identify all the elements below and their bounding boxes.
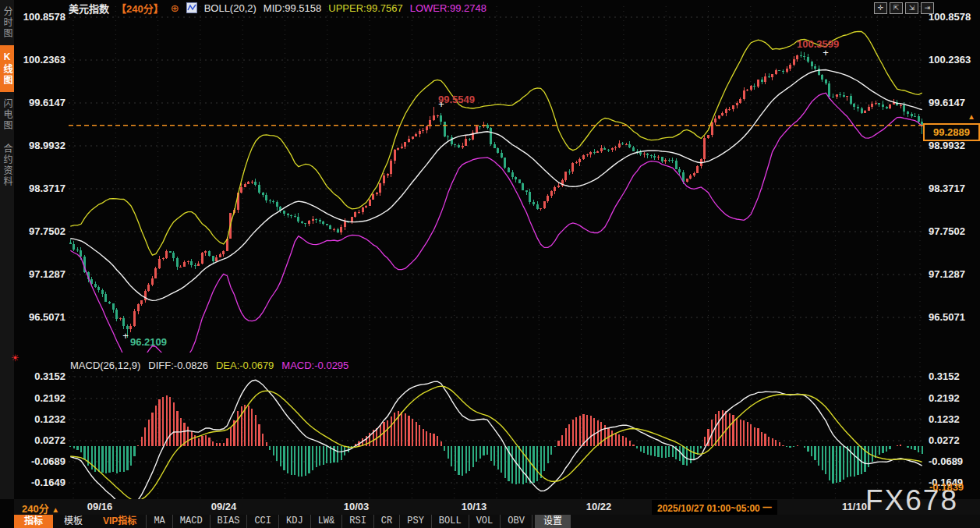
macd-title: MACD(26,12,9): [70, 360, 140, 371]
price-axis-label-left: 99.6147: [17, 97, 65, 108]
high-label-2: 100.3599: [797, 38, 839, 50]
boll-mid-value: MID:99.5158: [264, 2, 321, 14]
macd-axis-label-right: 0.2192: [929, 392, 960, 404]
toolbar-item-vip-indicators[interactable]: VIP指标: [94, 515, 146, 528]
sidebar-item-kline-chart[interactable]: K线图: [0, 45, 14, 92]
toolbar-item-kdj[interactable]: KDJ: [279, 515, 311, 528]
chart-canvas[interactable]: [0, 0, 980, 503]
price-axis-label-left: 96.5071: [17, 311, 65, 323]
price-axis-label-right: 98.3717: [929, 182, 965, 194]
price-marker-icon: ▲: [968, 113, 975, 121]
toolbar-item-indicators[interactable]: 指标: [14, 515, 53, 528]
macd-axis-label-right: 0.1232: [929, 413, 960, 425]
indicator-alert-icon: ☀: [11, 353, 19, 363]
macd-axis-label-right: 0.0272: [929, 434, 960, 446]
price-axis-label-left: 100.8578: [17, 11, 65, 23]
toolbar-item-templates[interactable]: 模板: [53, 515, 94, 528]
top-toolbar: ✛⇱⇲⇥: [874, 2, 934, 14]
crosshair-move-icon[interactable]: ✛: [874, 2, 887, 14]
scale-right-chart-icon[interactable]: ⇲: [905, 2, 918, 14]
date-label: 10/13: [462, 501, 487, 512]
date-label: 10/22: [586, 501, 612, 512]
kline-chart-icon[interactable]: [186, 2, 197, 13]
date-label: 11/10: [842, 501, 867, 512]
toolbar-item-cci[interactable]: CCI: [247, 515, 279, 528]
scale-up-chart-icon[interactable]: ⇱: [890, 2, 903, 14]
price-axis-label-right: 97.1287: [929, 268, 965, 280]
chart-header: 美元指数 【240分】 ⊕ BOLL(20,2) MID:99.5158 UPP…: [69, 2, 486, 14]
date-label: 09/16: [87, 501, 113, 512]
toolbar-item-boll[interactable]: BOLL: [432, 515, 469, 528]
price-axis-label-right: 100.8578: [929, 11, 971, 23]
macd-macd-value: MACD:-0.0295: [281, 360, 348, 371]
toolbar-item-rsi[interactable]: RSI: [342, 515, 374, 528]
price-axis-label-right: 97.7502: [929, 225, 965, 237]
symbol-name: 美元指数: [69, 1, 109, 16]
low-label: 96.2109: [130, 336, 167, 348]
toolbar-item-macd[interactable]: MACD: [173, 515, 211, 528]
period-label: 【240分】: [116, 1, 164, 16]
toolbar-item-psy[interactable]: PSY: [400, 515, 432, 528]
boll-lower-value: LOWER:99.2748: [410, 2, 486, 14]
macd-dea-value: DEA:-0.0679: [216, 360, 274, 371]
high-label-1-cross-icon: +: [438, 98, 444, 110]
period-selector[interactable]: 240分 ▲: [22, 501, 59, 516]
macd-header: MACD(26,12,9) DIFF:-0.0826 DEA:-0.0679 M…: [70, 360, 348, 371]
macd-current-value: -0.1839: [929, 481, 964, 493]
sidebar: 分时图K线图闪电图合约资料: [0, 0, 14, 499]
price-axis-label-right: 98.9932: [929, 140, 965, 151]
macd-axis-label-left: -0.0689: [17, 455, 65, 467]
date-label: 09/24: [211, 501, 237, 512]
macd-axis-label-left: 0.2192: [17, 392, 65, 404]
hover-time-range: 2025/10/27 01:00~05:00 一: [652, 500, 777, 515]
toolbar-item-settings[interactable]: 设置: [535, 515, 571, 528]
toolbar-item-cr[interactable]: CR: [374, 515, 400, 528]
price-axis-label-left: 98.3717: [17, 182, 65, 194]
price-axis-label-left: 97.7502: [17, 225, 65, 237]
macd-axis-label-right: 0.3152: [929, 370, 960, 382]
toolbar-item-lw[interactable]: LW&: [311, 515, 343, 528]
toolbar-item-vol[interactable]: VOL: [469, 515, 501, 528]
boll-upper-value: UPPER:99.7567: [328, 2, 402, 14]
macd-axis-label-right: -0.0689: [929, 455, 963, 467]
macd-axis-label-left: 0.0272: [17, 434, 65, 446]
date-label: 10/03: [344, 501, 370, 512]
current-price-box: 99.2889: [923, 123, 980, 141]
price-axis-label-left: 100.2363: [17, 54, 65, 66]
low-label-cross-icon: +: [122, 330, 129, 342]
bottom-toolbar: 指标模板VIP指标MAMACDBIASCCIKDJLW&RSICRPSYBOLL…: [14, 515, 980, 528]
price-axis-label-right: 99.6147: [929, 97, 965, 108]
collapse-panel-icon[interactable]: ⇥: [921, 2, 934, 14]
boll-label: BOLL(20,2): [204, 2, 256, 14]
macd-axis-label-left: 0.3152: [17, 370, 65, 382]
sidebar-item-minute-chart[interactable]: 分时图: [0, 0, 14, 45]
macd-axis-label-left: -0.1649: [17, 477, 65, 488]
high-label-2-cross-icon: +: [823, 47, 829, 58]
macd-axis-label-left: 0.1232: [17, 413, 65, 425]
sidebar-item-flash-chart[interactable]: 闪电图: [0, 92, 14, 137]
macd-diff-value: DIFF:-0.0826: [148, 360, 208, 371]
toolbar-item-bias[interactable]: BIAS: [211, 515, 248, 528]
price-axis-label-right: 96.5071: [929, 311, 965, 323]
price-axis-label-left: 97.1287: [17, 268, 65, 280]
add-icon[interactable]: ⊕: [171, 2, 179, 14]
period-arrow-icon: ▲: [51, 505, 59, 514]
toolbar-item-obv[interactable]: OBV: [501, 515, 532, 528]
time-axis: 240分 ▲ 09/1609/2410/0310/1310/2211/10 20…: [14, 499, 980, 515]
sidebar-item-contract-info[interactable]: 合约资料: [0, 137, 14, 193]
price-axis-label-left: 98.9932: [17, 140, 65, 151]
price-axis-label-right: 100.2363: [929, 54, 971, 66]
toolbar-item-ma[interactable]: MA: [146, 515, 172, 528]
